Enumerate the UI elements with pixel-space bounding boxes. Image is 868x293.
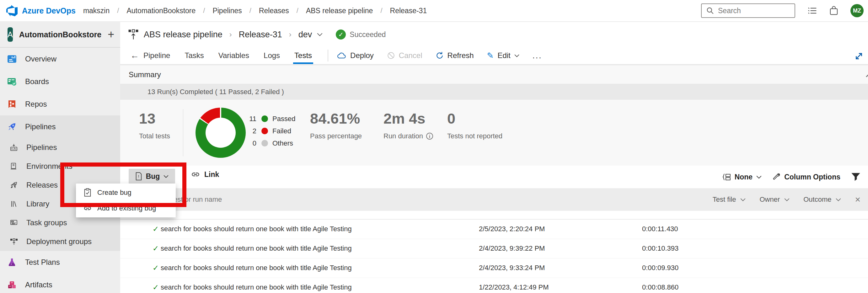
sidebar-item-artifacts[interactable]: Artifacts [0, 273, 120, 293]
info-icon[interactable]: i [426, 133, 433, 140]
deploy-label: Deploy [350, 51, 374, 60]
runs-completed-bar[interactable]: 13 Run(s) Completed ( 11 Passed, 2 Faile… [120, 84, 868, 100]
legend-failed: 2 Failed [246, 127, 295, 135]
sidebar-item-label: Pipelines [26, 143, 57, 152]
filter-owner-label: Owner [760, 195, 780, 204]
sidebar-item-overview[interactable]: Overview [0, 48, 120, 70]
close-filter-icon[interactable]: × [855, 194, 861, 205]
sidebar-item-label: Task groups [26, 218, 67, 227]
breadcrumb-pipelines[interactable]: Pipelines [212, 7, 242, 15]
tab-pipeline[interactable]: Pipeline [144, 47, 170, 64]
test-name[interactable]: search for books should return one book … [161, 264, 352, 272]
test-search-input[interactable] [139, 188, 390, 211]
menu-item-add-to-existing-bug[interactable]: Add to existing bug [76, 200, 176, 216]
filter-test-file[interactable]: Test file [713, 195, 746, 204]
sidebar-item-deployment-groups[interactable]: Deployment groups [0, 232, 120, 251]
add-project-item-button[interactable]: + [107, 29, 114, 40]
breadcrumb-releases[interactable]: Releases [258, 7, 290, 15]
marketplace-bag-icon[interactable] [829, 6, 838, 16]
project-header[interactable]: A AutomationBookstore + [0, 22, 120, 48]
filter-funnel-icon[interactable] [851, 172, 861, 181]
tab-tasks[interactable]: Tasks [185, 47, 204, 64]
work-items-list-icon[interactable] [807, 6, 817, 16]
test-name[interactable]: search for books should return one book … [161, 225, 352, 233]
sidebar-item-pipelines-sub[interactable]: Pipelines [0, 138, 120, 157]
run-duration-text: Run duration [383, 132, 423, 140]
passed-count: 11 [246, 115, 256, 123]
fullscreen-expand-icon[interactable] [854, 51, 864, 62]
link-button[interactable]: Link [191, 170, 219, 179]
tab-logs[interactable]: Logs [264, 47, 280, 64]
filter-test-file-label: Test file [713, 195, 736, 204]
menu-item-create-bug[interactable]: Create bug [76, 185, 176, 200]
bug-dropdown-button[interactable]: ! Bug [129, 169, 175, 184]
table-row[interactable]: ✓ search for books should return one boo… [120, 220, 868, 239]
cancel-button[interactable]: Cancel [387, 51, 423, 60]
sidebar-item-repos[interactable]: Repos [0, 93, 120, 116]
global-search-input[interactable] [718, 7, 787, 15]
deploy-button[interactable]: Deploy [337, 51, 374, 60]
link-chain-icon [84, 204, 92, 213]
task-groups-icon [9, 218, 19, 228]
summary-section-header: Summary [120, 65, 868, 84]
others-dot-icon [261, 140, 268, 146]
test-name[interactable]: search for books should return one book … [161, 283, 352, 291]
stage-name[interactable]: dev [299, 30, 312, 39]
status-badge: ✓ Succeeded [336, 30, 386, 39]
tab-tests[interactable]: Tests [294, 47, 312, 64]
sidebar-item-environments[interactable]: Environments [0, 157, 120, 176]
refresh-button[interactable]: Refresh [436, 51, 474, 60]
back-arrow-icon[interactable]: ← [130, 51, 139, 61]
stage-chevron-down-icon[interactable] [317, 33, 322, 36]
repos-icon [7, 99, 17, 109]
breadcrumb-release-name[interactable]: Release-31 [390, 7, 428, 15]
filter-outcome[interactable]: Outcome [803, 195, 841, 204]
edit-button[interactable]: ✎ Edit [487, 51, 519, 61]
breadcrumb-project[interactable]: AutomationBookstore [126, 7, 196, 15]
tests-not-reported-label: Tests not reported [447, 132, 502, 140]
sidebar-item-label: Artifacts [25, 281, 53, 289]
sidebar-item-boards[interactable]: Boards [0, 70, 120, 93]
group-by-chevron-down-icon [756, 175, 762, 179]
column-options-button[interactable]: Column Options [772, 173, 840, 181]
tests-not-reported-stat: 0 Tests not reported [447, 110, 502, 140]
global-search-box[interactable] [701, 3, 795, 18]
overview-icon [7, 54, 17, 64]
add-to-existing-bug-label: Add to existing bug [97, 204, 156, 213]
tests-not-reported-value: 0 [447, 110, 502, 127]
group-by-dropdown[interactable]: None [722, 173, 762, 181]
brand[interactable]: Azure DevOps [0, 5, 75, 16]
table-row[interactable]: ✓ search for books should return one boo… [120, 278, 868, 293]
sidebar-item-test-plans[interactable]: Test Plans [0, 251, 120, 273]
release-pipeline-icon [128, 29, 139, 40]
breadcrumb-separator: / [290, 7, 305, 15]
project-name: AutomationBookstore [19, 30, 102, 39]
sidebar-item-label: Repos [25, 100, 47, 108]
test-name[interactable]: search for books should return one book … [161, 245, 352, 253]
table-row[interactable]: ✓ search for books should return one boo… [120, 259, 868, 278]
create-bug-label: Create bug [97, 189, 131, 197]
release-name[interactable]: Release-31 [239, 30, 282, 39]
cancel-label: Cancel [399, 51, 423, 60]
tab-variables[interactable]: Variables [218, 47, 249, 64]
summary-expand-icon[interactable] [862, 71, 868, 79]
bug-context-menu: Create bug Add to existing bug [76, 184, 176, 218]
run-duration-value: 2m 4s [383, 110, 433, 127]
sidebar-item-pipelines[interactable]: Pipelines [0, 116, 120, 138]
artifacts-icon [7, 280, 17, 290]
date-started: 2/4/2023, 9:33:24 PM [479, 264, 545, 272]
breadcrumb-separator: / [243, 7, 258, 15]
wrench-icon [772, 173, 780, 181]
breadcrumb-org[interactable]: makszin [83, 7, 110, 15]
release-pipeline-name[interactable]: ABS release pipeline [144, 30, 222, 39]
total-tests-label: Total tests [139, 132, 170, 140]
azure-devops-logo-icon [6, 5, 18, 16]
breadcrumb-pipeline-name[interactable]: ABS release pipeline [305, 7, 374, 15]
more-options-button[interactable]: ... [532, 51, 542, 61]
table-row[interactable]: ✓ search for books should return one boo… [120, 239, 868, 259]
brand-name[interactable]: Azure DevOps [22, 6, 75, 15]
user-avatar[interactable]: MZ [850, 4, 864, 17]
pipelines-rocket-icon [7, 122, 17, 132]
filter-owner[interactable]: Owner [760, 195, 789, 204]
clipboard-check-icon [84, 188, 92, 197]
